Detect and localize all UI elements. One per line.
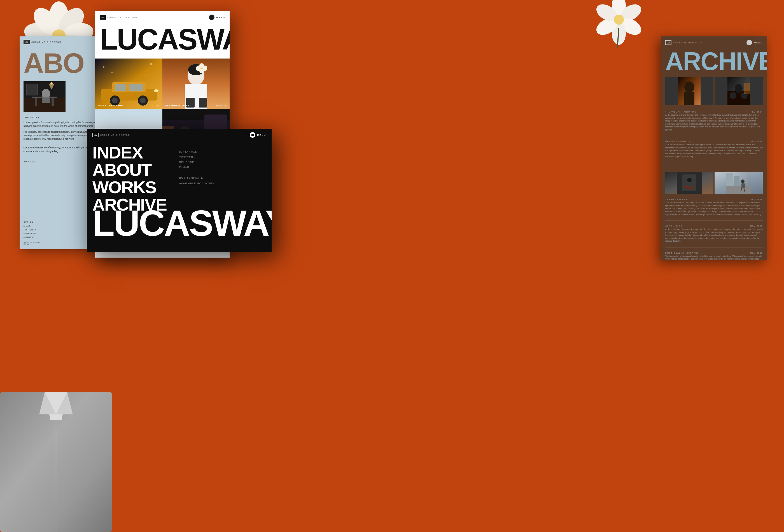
- entry-5-title: EMOTIONAL LANDSCAPES: [665, 252, 699, 254]
- work-2-title: MEN WITH FLOWERS: [165, 104, 189, 107]
- svg-rect-78: [744, 83, 750, 94]
- svg-rect-33: [26, 84, 37, 95]
- about-photo: [24, 81, 65, 112]
- svg-point-82: [687, 178, 692, 182]
- archive-photo-street: [715, 172, 763, 194]
- archive-entry-1: THE VISUAL NARRATIVE FEB 2024 At the ess…: [665, 111, 763, 136]
- menu-footer-name: LUCAS WAY: [87, 208, 272, 239]
- panel-archive: LW CREATIVE DIRECTOR MENU ARCHIVE: [661, 36, 767, 260]
- svg-rect-42: [129, 84, 143, 91]
- archive-photos-2: [661, 172, 767, 194]
- cta-section: BUY TEMPLATE AVAILABLE FOR WORK: [179, 170, 266, 187]
- menu-logo-box: LW: [92, 133, 99, 137]
- svg-rect-87: [726, 186, 751, 194]
- svg-rect-30: [42, 97, 50, 103]
- archive-photo-1: [665, 77, 713, 105]
- archive-entries: THE VISUAL NARRATIVE FEB 2024 At the ess…: [661, 109, 767, 169]
- svg-point-47: [154, 89, 159, 92]
- about-page-label: CREATIVE DIRECTOR: [31, 41, 61, 43]
- entry-1-title: THE VISUAL NARRATIVE: [665, 111, 697, 113]
- work-2-category: CHAMPION: [215, 105, 227, 107]
- footer-name-last: WAY: [212, 208, 272, 239]
- svg-point-36: [111, 72, 113, 73]
- archive-entries-2: TREND TRACKER JAN 2024 As a creative dir…: [661, 196, 767, 261]
- entry-2-date: JAN 2024: [751, 141, 763, 142]
- archive-menu-button[interactable]: MENU: [747, 40, 763, 45]
- social-behance[interactable]: BEHANCE: [179, 160, 266, 165]
- archive-entry-4: CHRONICLES NOV 2023 At the confluence of…: [665, 225, 763, 248]
- menu-icon: [209, 15, 215, 20]
- archive-entry-2: DESIGN LANGUAGE JAN 2024 As a creative d…: [665, 141, 763, 163]
- entry-2-title: DESIGN LANGUAGE: [665, 141, 691, 142]
- archive-photo-coffee: [665, 172, 713, 194]
- cta-buy-template[interactable]: BUY TEMPLATE: [179, 175, 266, 181]
- archive-entry-5: EMOTIONAL LANDSCAPES NOV 2023 The inters…: [665, 252, 763, 261]
- main-page-label: CREATIVE DIRECTOR: [108, 17, 138, 19]
- menu-close-icon: [250, 132, 255, 138]
- archive-photos-top: [661, 77, 767, 105]
- menu-close-button[interactable]: MENU: [250, 132, 266, 138]
- svg-rect-92: [726, 173, 733, 186]
- svg-point-57: [199, 69, 204, 73]
- work-item-1[interactable]: LOVE AT FIRST SIGHT STORY: [95, 58, 162, 109]
- svg-point-32: [50, 82, 53, 85]
- social-twitter[interactable]: TWITTER / X: [179, 155, 266, 160]
- archive-entry-3: TREND TRACKER JAN 2024 As a creative dir…: [665, 198, 763, 221]
- social-email[interactable]: E-MAIL: [179, 165, 266, 170]
- archive-photo-2: [715, 77, 763, 105]
- archive-menu-icon: [747, 40, 752, 45]
- work-1-title: LOVE AT FIRST SIGHT: [98, 104, 123, 107]
- archive-page-label: CREATIVE DIRECTOR: [673, 42, 703, 44]
- entry-3-title: TREND TRACKER: [665, 198, 688, 200]
- panel-menu: LW CREATIVE DIRECTOR MENU INDEX ABOUT WO…: [87, 129, 272, 252]
- flower-decoration-2: [594, 0, 644, 49]
- social-links: INSTAGRAM TWITTER / X BEHANCE E-MAIL: [179, 147, 266, 170]
- nav-about[interactable]: ABOUT: [92, 161, 179, 179]
- svg-rect-27: [35, 98, 37, 106]
- svg-point-75: [730, 92, 736, 99]
- entry-2-body: As a creative director, I speak the lang…: [665, 143, 763, 158]
- main-header: LW CREATIVE DIRECTOR MENU: [95, 11, 230, 24]
- menu-header: LW CREATIVE DIRECTOR MENU: [87, 129, 272, 141]
- svg-rect-28: [52, 98, 54, 106]
- archive-title: ARCHIVE: [661, 49, 767, 77]
- person-background: [0, 364, 112, 532]
- entry-4-title: CHRONICLES: [665, 225, 682, 227]
- entry-5-body: The intersection of design and emotion l…: [665, 255, 763, 261]
- logo-box: LW: [24, 40, 30, 44]
- entry-4-body: At the confluence of concept development…: [665, 228, 763, 243]
- footer-name-first: LUCAS: [92, 208, 212, 239]
- nav-index[interactable]: INDEX: [92, 144, 179, 161]
- work-1-category: STORY: [152, 105, 160, 107]
- svg-rect-93: [734, 176, 739, 186]
- svg-point-77: [735, 84, 743, 93]
- nav-works[interactable]: WORKS: [92, 179, 179, 196]
- entry-1-date: FEB 2024: [751, 111, 763, 113]
- svg-rect-41: [115, 84, 126, 91]
- svg-point-17: [614, 15, 624, 25]
- menu-page-label: CREATIVE DIRECTOR: [100, 134, 130, 136]
- svg-rect-72: [684, 92, 694, 105]
- work-item-2[interactable]: MEN WITH FLOWERS CHAMPION: [162, 58, 230, 109]
- svg-point-71: [684, 82, 694, 93]
- entry-1-body: At the essence of brand development, I i…: [665, 114, 763, 131]
- entry-4-date: NOV 2023: [750, 225, 763, 227]
- entry-5-date: NOV 2023: [750, 252, 763, 254]
- cta-available[interactable]: AVAILABLE FOR WORK: [179, 181, 266, 187]
- svg-point-56: [199, 63, 204, 68]
- archive-header: LW CREATIVE DIRECTOR MENU: [661, 36, 767, 49]
- main-menu-button[interactable]: MENU: [209, 15, 225, 20]
- svg-point-38: [145, 75, 146, 76]
- entry-3-date: JAN 2024: [751, 198, 763, 200]
- svg-point-37: [150, 63, 152, 65]
- archive-logo-box: LW: [665, 40, 671, 45]
- social-instagram[interactable]: INSTAGRAM: [179, 149, 266, 155]
- svg-point-88: [741, 179, 745, 184]
- svg-point-35: [103, 66, 105, 68]
- main-logo-box: LW: [100, 15, 106, 20]
- svg-point-29: [42, 89, 50, 99]
- entry-3-body: As a creative director, I am not just a …: [665, 201, 763, 216]
- main-hero-title: LUCAS WAY: [95, 24, 230, 58]
